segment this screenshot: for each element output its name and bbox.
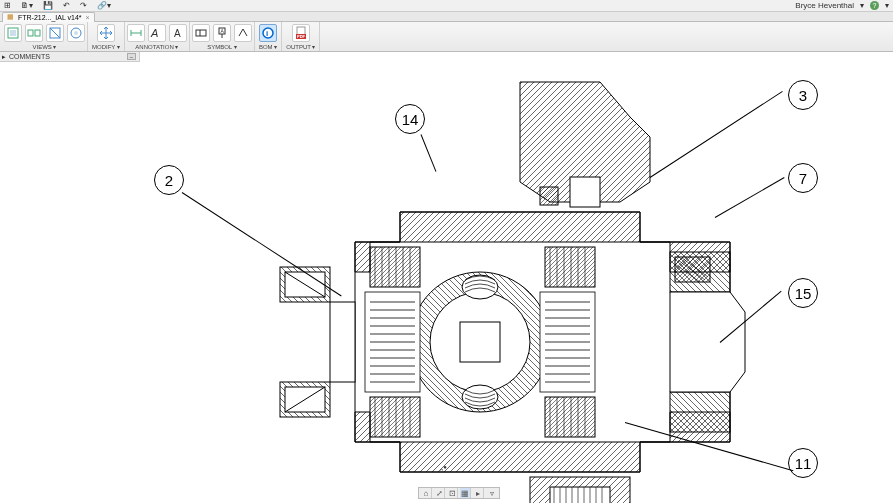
svg-point-7 xyxy=(74,31,78,35)
text-icon[interactable]: A xyxy=(148,24,166,42)
tab-title: FTR-212..._IAL v14* xyxy=(18,14,82,21)
svg-text:A: A xyxy=(150,27,158,39)
svg-rect-105 xyxy=(675,257,710,282)
balloon-11[interactable]: 11 xyxy=(788,448,818,478)
help-icon[interactable]: ? xyxy=(870,1,879,10)
leader-icon[interactable]: A xyxy=(169,24,187,42)
svg-rect-3 xyxy=(35,30,40,36)
balloon-7[interactable]: 7 xyxy=(788,163,818,193)
section-view-icon[interactable] xyxy=(46,24,64,42)
svg-rect-13 xyxy=(196,30,206,36)
save-icon[interactable]: 💾 xyxy=(43,1,53,10)
comments-toggle-icon[interactable]: – xyxy=(127,53,136,60)
redo-icon[interactable]: ↷ xyxy=(80,1,87,10)
base-view-icon[interactable] xyxy=(4,24,22,42)
move-icon[interactable] xyxy=(97,24,115,42)
nav-home-icon[interactable]: ⌂ xyxy=(421,488,432,498)
nav-fit-icon[interactable]: ⤢ xyxy=(434,488,445,498)
svg-rect-36 xyxy=(330,302,355,382)
svg-rect-35 xyxy=(670,392,730,432)
annotation-label[interactable]: ANNOTATION ▾ xyxy=(133,42,180,51)
svg-rect-2 xyxy=(28,30,33,36)
nav-play-icon[interactable]: ▸ xyxy=(473,488,484,498)
ribbon-group-annotation: A A ANNOTATION ▾ xyxy=(125,22,190,51)
svg-line-5 xyxy=(50,28,60,38)
svg-rect-95 xyxy=(550,487,610,503)
ribbon-group-modify: MODIFY ▾ xyxy=(88,22,125,51)
modify-label[interactable]: MODIFY ▾ xyxy=(90,42,122,51)
svg-text:A: A xyxy=(220,28,224,34)
svg-rect-39 xyxy=(460,322,500,362)
balloon-14[interactable]: 14 xyxy=(395,104,425,134)
close-icon[interactable]: ▾ xyxy=(885,1,889,10)
datum-icon[interactable]: A xyxy=(213,24,231,42)
ribbon-group-symbol: A SYMBOL ▾ xyxy=(190,22,255,51)
svg-rect-68 xyxy=(545,247,595,287)
surface-icon[interactable] xyxy=(234,24,252,42)
svg-rect-1 xyxy=(10,30,16,36)
user-dropdown-icon[interactable]: ▾ xyxy=(860,1,864,10)
svg-rect-67 xyxy=(370,397,420,437)
file-icon[interactable]: 🗎▾ xyxy=(21,1,33,10)
balloon-15[interactable]: 15 xyxy=(788,278,818,308)
section-view-drawing xyxy=(270,22,790,503)
svg-text:i: i xyxy=(266,29,268,38)
nav-dropdown-icon[interactable]: ▿ xyxy=(486,488,497,498)
projected-view-icon[interactable] xyxy=(25,24,43,42)
svg-rect-27 xyxy=(540,187,558,205)
svg-point-41 xyxy=(462,385,498,409)
symbol-label[interactable]: SYMBOL ▾ xyxy=(205,42,238,51)
tab-close-icon[interactable]: × xyxy=(86,14,90,21)
svg-rect-26 xyxy=(570,177,600,207)
nav-zoom-window-icon[interactable]: ⊡ xyxy=(447,488,458,498)
comments-title: COMMENTS xyxy=(9,53,50,60)
dimension-icon[interactable] xyxy=(127,24,145,42)
quick-access-toolbar: ⊞ 🗎▾ 💾 ↶ ↷ 🔗▾ Bryce Heventhal ▾ ? ▾ xyxy=(0,0,893,12)
views-label[interactable]: VIEWS ▾ xyxy=(30,42,58,51)
detail-view-icon[interactable] xyxy=(67,24,85,42)
link-icon[interactable]: 🔗▾ xyxy=(97,1,111,10)
svg-rect-66 xyxy=(370,247,420,287)
drawing-canvas[interactable]: 14 2 3 7 15 11 ▫● ⌂ ⤢ ⊡ ▦ ▸ ▿ xyxy=(0,62,893,503)
undo-icon[interactable]: ↶ xyxy=(63,1,70,10)
comments-collapse-icon[interactable]: ▸ xyxy=(2,53,6,61)
gdt-icon[interactable] xyxy=(192,24,210,42)
balloon-3[interactable]: 3 xyxy=(788,80,818,110)
cursor-indicator: ▫● xyxy=(440,464,447,475)
comments-panel-header[interactable]: ▸ COMMENTS – xyxy=(0,52,140,62)
grid-icon[interactable]: ⊞ xyxy=(4,1,11,10)
view-nav-toolbar: ⌂ ⤢ ⊡ ▦ ▸ ▿ xyxy=(418,487,500,499)
nav-grid-icon[interactable]: ▦ xyxy=(460,488,471,498)
balloon-2[interactable]: 2 xyxy=(154,165,184,195)
ribbon-group-views: VIEWS ▾ xyxy=(2,22,88,51)
drawing-doc-icon: ▦ xyxy=(7,13,14,21)
svg-text:A: A xyxy=(174,28,181,39)
tab-drawing[interactable]: ▦ FTR-212..._IAL v14* × xyxy=(2,12,95,22)
user-name[interactable]: Bryce Heventhal xyxy=(795,1,854,10)
svg-rect-69 xyxy=(545,397,595,437)
document-tabs: ▦ FTR-212..._IAL v14* × xyxy=(0,12,893,22)
